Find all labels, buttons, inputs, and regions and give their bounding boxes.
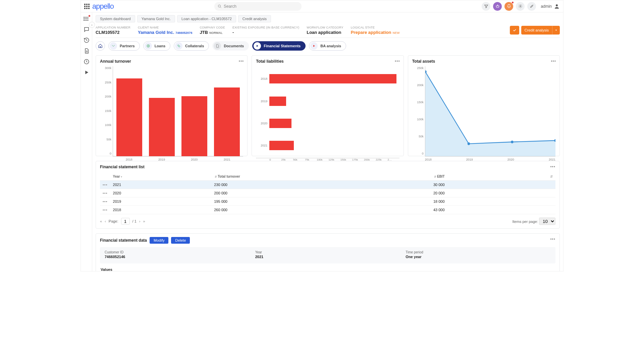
card-menu-icon[interactable]: ••• xyxy=(551,59,556,64)
basket-icon[interactable] xyxy=(493,2,502,11)
bar xyxy=(116,78,142,157)
card-total-assets: Total assets ••• 250k200k150k100k50k0 20… xyxy=(408,55,560,156)
apps-grid-icon[interactable] xyxy=(84,4,90,9)
client-id: 7466052076 xyxy=(175,31,192,35)
crumb-0[interactable]: System dashboard xyxy=(96,15,135,22)
svg-point-22 xyxy=(511,140,513,143)
svg-line-1 xyxy=(220,7,221,8)
hbar-row: 2018 xyxy=(256,73,399,84)
search-input[interactable]: Search xyxy=(214,2,302,11)
delete-button[interactable]: Delete xyxy=(171,237,190,244)
card-menu-icon[interactable]: ••• xyxy=(239,59,244,64)
svg-point-7 xyxy=(84,17,84,18)
card-title: Total assets xyxy=(412,59,555,64)
nav-doc-icon[interactable] xyxy=(84,48,90,54)
card-menu-icon[interactable]: ••• xyxy=(550,237,555,242)
col-year[interactable]: Year▾ xyxy=(110,173,212,181)
bar-y-axis: 300k250k200k150k100k50k0 xyxy=(100,66,113,155)
hbar-row: 2021 xyxy=(256,140,399,151)
bar-x-axis: 2018201920202021 xyxy=(113,157,243,161)
crumb-2[interactable]: Loan application - CLM105572 xyxy=(177,15,236,22)
crumb-3[interactable]: Credit analysis xyxy=(238,15,271,22)
col-ebit[interactable]: ⇵EBIT xyxy=(431,173,547,181)
left-nav: › xyxy=(81,12,92,271)
row-menu-icon[interactable]: ••• xyxy=(103,191,108,195)
home-pill[interactable] xyxy=(96,41,105,51)
tools-icon[interactable] xyxy=(527,2,536,11)
pager: « ‹ Page: / 1 › » Items per page: 10 xyxy=(100,218,555,225)
row-menu-icon[interactable]: ••• xyxy=(103,208,108,212)
meta-company: COMPANY CODE JTBNORMAL xyxy=(200,26,225,35)
field: Customer ID7466052146 xyxy=(105,250,250,260)
table-row[interactable]: •••2019195 00018 000 xyxy=(100,197,555,206)
client-link[interactable]: Yamana Gold Inc. xyxy=(138,30,174,35)
filter-icon[interactable] xyxy=(482,2,490,11)
credit-analysis-button[interactable]: Credit analysis xyxy=(521,26,552,35)
svg-marker-19 xyxy=(313,45,315,47)
meta-exposure: EXISTING EXPOSURE (IN BASE CURRENCY) - xyxy=(232,26,299,35)
modify-button[interactable]: Modify xyxy=(150,237,168,244)
section-tabs: Partners Loans Collaterals Documents Fin… xyxy=(96,38,560,54)
page-input[interactable] xyxy=(121,218,130,225)
meta-workflow: WORKFLOW CATEGORY Loan application xyxy=(307,26,343,35)
svg-point-3 xyxy=(556,4,558,6)
pill-ba-analysis[interactable]: BA analysis xyxy=(309,41,346,51)
card-fs-list: ••• Financial statement list Year▾ ⇵Tota… xyxy=(96,161,560,229)
page-prev-icon[interactable]: ‹ xyxy=(105,219,106,223)
fs-summary-grid: Customer ID7466052146Year2021Time period… xyxy=(100,247,555,263)
area-plot xyxy=(425,66,555,157)
nav-clock-icon[interactable] xyxy=(84,59,90,65)
meta-state: LOGICAL STATE Prepare applicationNEW xyxy=(351,26,400,35)
table-row[interactable]: •••2020200 00020 000 xyxy=(100,189,555,197)
nav-history-icon[interactable] xyxy=(84,37,90,43)
page-next-icon[interactable]: › xyxy=(139,219,141,223)
col-turnover[interactable]: ⇵Total turnover xyxy=(211,173,431,181)
hbar-x-axis: 025k50k75k100k125k150k175k200k225k2… xyxy=(256,158,399,161)
field: Year2021 xyxy=(255,250,400,260)
pill-financial-statements[interactable]: Financial Statements xyxy=(252,41,306,51)
table-row[interactable]: •••2018260 00043 000 xyxy=(100,206,555,214)
row-menu-icon[interactable]: ••• xyxy=(103,199,108,203)
search-placeholder: Search xyxy=(224,4,236,9)
nav-play-icon[interactable] xyxy=(84,69,90,75)
bar xyxy=(149,98,175,156)
pill-loans[interactable]: Loans xyxy=(143,41,170,51)
crumb-1[interactable]: Yamana Gold Inc. xyxy=(137,15,175,22)
breadcrumb: System dashboard Yamana Gold Inc. Loan a… xyxy=(96,12,560,25)
row-menu-icon[interactable]: ••• xyxy=(103,183,108,187)
record-header: APPLICATION NUMBER CLM105572 CLIENT NAME… xyxy=(96,25,560,38)
card-title: Financial statement data xyxy=(100,238,147,243)
approve-button[interactable] xyxy=(510,26,519,35)
pill-partners[interactable]: Partners xyxy=(108,41,140,51)
bar xyxy=(214,87,240,157)
credit-analysis-caret[interactable] xyxy=(552,26,560,35)
page-label: Page: xyxy=(109,219,118,223)
area-y-axis: 250k200k150k100k50k0 xyxy=(412,66,425,155)
nav-expand-icon[interactable]: › xyxy=(89,22,95,28)
topbar-actions xyxy=(482,2,536,11)
user-name: admin xyxy=(541,4,552,9)
nav-list-icon[interactable] xyxy=(84,16,90,22)
meta-app-number: APPLICATION NUMBER CLM105572 xyxy=(96,26,130,35)
gear-icon[interactable] xyxy=(516,2,525,11)
svg-point-21 xyxy=(467,142,470,145)
card-annual-turnover: Annual turnover ••• 300k250k200k150k100k… xyxy=(96,55,248,156)
bell-icon[interactable] xyxy=(504,2,513,11)
meta-client: CLIENT NAME Yamana Gold Inc.7466052076 xyxy=(138,26,192,35)
svg-point-8 xyxy=(84,18,84,19)
nav-chat-icon[interactable] xyxy=(84,26,90,33)
table-row[interactable]: •••2021230 00030 000 xyxy=(100,181,555,189)
card-menu-icon[interactable]: ••• xyxy=(550,165,555,169)
card-title: Annual turnover xyxy=(100,59,243,64)
card-menu-icon[interactable]: ••• xyxy=(395,59,400,64)
bar-plot-area xyxy=(113,66,243,157)
values-section-label: Values xyxy=(101,267,555,271)
page-first-icon[interactable]: « xyxy=(100,219,102,223)
pill-collaterals[interactable]: Collaterals xyxy=(174,41,209,51)
ipp-select[interactable]: 10 xyxy=(539,218,555,225)
topbar: appello Search admin xyxy=(81,0,563,12)
bar xyxy=(181,96,207,156)
user-menu[interactable]: admin xyxy=(541,3,560,9)
page-last-icon[interactable]: » xyxy=(143,219,145,223)
pill-documents[interactable]: Documents xyxy=(212,41,249,51)
